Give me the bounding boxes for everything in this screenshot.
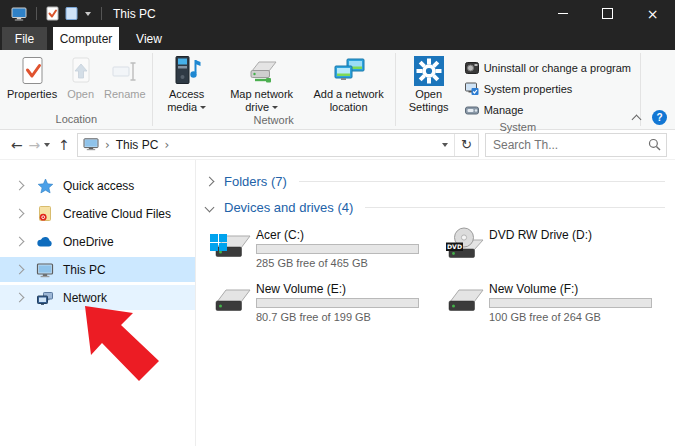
manage-icon xyxy=(465,103,479,117)
titlebar-separator xyxy=(36,7,37,20)
titlebar-separator xyxy=(101,7,102,20)
titlebar: This PC × xyxy=(0,0,675,27)
capacity-bar xyxy=(256,244,419,254)
network-icon xyxy=(36,290,54,306)
drive-tile-c[interactable]: Acer (C:) 285 GB free of 465 GB xyxy=(209,227,442,269)
drive-tile-e[interactable]: New Volume (E:) 80.7 GB free of 199 GB xyxy=(209,281,442,323)
dvd-drive-icon: DVD xyxy=(442,227,484,269)
ribbon-group-system: Open Settings Uninstall or change a prog… xyxy=(397,50,639,129)
drive-tile-f[interactable]: New Volume (F:) 100 GB free of 264 GB xyxy=(442,281,675,323)
qat-customize-caret-icon[interactable] xyxy=(85,12,91,16)
open-button[interactable]: Open xyxy=(62,52,99,112)
group-header-folders[interactable]: Folders (7) xyxy=(204,169,667,193)
drive-grid: Acer (C:) 285 GB free of 465 GB DVD DVD … xyxy=(209,227,667,323)
this-pc-monitor-icon xyxy=(36,262,54,278)
drive-name: New Volume (F:) xyxy=(489,281,652,297)
capacity-bar xyxy=(489,298,652,308)
help-icon: ? xyxy=(656,112,662,123)
sidebar-item-quick-access[interactable]: Quick access xyxy=(0,173,195,198)
add-network-location-button[interactable]: Add a network location xyxy=(304,52,394,113)
drive-name: Acer (C:) xyxy=(256,227,419,243)
map-network-drive-icon xyxy=(245,54,279,87)
rename-icon xyxy=(111,54,139,87)
capacity-bar xyxy=(256,298,419,308)
expand-chevron-icon[interactable] xyxy=(15,237,25,247)
group-label-network: Network xyxy=(154,113,394,130)
window-controls: × xyxy=(540,0,675,27)
dropdown-caret-icon xyxy=(200,106,206,109)
qat-properties-icon[interactable] xyxy=(46,6,59,21)
sidebar-item-onedrive[interactable]: OneDrive xyxy=(0,229,195,254)
hard-drive-icon xyxy=(442,281,484,323)
free-space-text: 100 GB free of 264 GB xyxy=(489,311,652,323)
window-title: This PC xyxy=(113,7,156,21)
tab-view[interactable]: View xyxy=(123,27,175,50)
hard-drive-icon xyxy=(209,281,251,323)
tab-file[interactable]: File xyxy=(2,27,47,50)
drive-name: DVD RW Drive (D:) xyxy=(489,227,592,243)
content-area: Quick access Creative Cloud Files OneDri… xyxy=(0,160,675,446)
windows-drive-icon xyxy=(209,227,251,269)
search-icon[interactable] xyxy=(648,138,661,151)
expand-chevron-icon[interactable] xyxy=(15,209,25,219)
ribbon-separator xyxy=(395,53,396,126)
map-network-drive-button[interactable]: Map network drive xyxy=(220,52,304,113)
system-properties-button[interactable]: System properties xyxy=(465,78,631,99)
group-header-devices-and-drives[interactable]: Devices and drives (4) xyxy=(204,195,667,219)
expand-chevron-icon[interactable] xyxy=(15,181,25,191)
tab-computer[interactable]: Computer xyxy=(53,27,119,50)
open-settings-gear-icon xyxy=(414,54,444,87)
ribbon-tab-row: File Computer View xyxy=(0,27,675,50)
help-button[interactable]: ? xyxy=(652,110,667,125)
add-network-location-icon xyxy=(332,54,366,87)
minimize-button[interactable] xyxy=(540,0,585,27)
group-label-system: System xyxy=(397,120,639,137)
close-button[interactable]: × xyxy=(630,0,675,27)
expand-chevron-icon[interactable] xyxy=(15,265,25,275)
ribbon: Properties Open Rename Location xyxy=(0,50,675,130)
uninstall-program-button[interactable]: Uninstall or change a program xyxy=(465,57,631,78)
collapse-ribbon-icon[interactable] xyxy=(632,114,642,124)
uninstall-program-icon xyxy=(465,61,479,75)
sidebar-item-this-pc[interactable]: This PC xyxy=(0,257,195,282)
onedrive-cloud-icon xyxy=(36,235,54,248)
open-settings-button[interactable]: Open Settings xyxy=(397,52,461,120)
file-explorer-window: This PC × File Computer View Properties xyxy=(0,0,675,446)
sidebar-item-creative-cloud-files[interactable]: Creative Cloud Files xyxy=(0,201,195,226)
back-button[interactable]: ← xyxy=(8,137,26,153)
close-icon: × xyxy=(647,7,659,21)
drive-tile-d[interactable]: DVD DVD RW Drive (D:) xyxy=(442,227,675,269)
address-dropdown-button[interactable] xyxy=(436,143,454,147)
expand-chevron-icon[interactable] xyxy=(15,293,25,303)
items-view: Folders (7) Devices and drives (4) Acer … xyxy=(196,160,675,446)
recent-locations-caret-icon[interactable] xyxy=(44,143,50,147)
rename-button[interactable]: Rename xyxy=(99,52,151,112)
breadcrumb-chevron-icon: › xyxy=(105,138,110,152)
collapsed-chevron-icon xyxy=(205,176,215,186)
minimize-icon xyxy=(558,13,568,14)
svg-text:DVD: DVD xyxy=(447,243,462,250)
up-button[interactable]: ↑ xyxy=(55,137,73,153)
forward-button[interactable]: → xyxy=(26,137,44,153)
refresh-button[interactable]: ↻ xyxy=(455,137,478,152)
sidebar-item-network[interactable]: Network xyxy=(0,285,195,310)
breadcrumb-chevron-icon[interactable]: › xyxy=(164,138,169,152)
creative-cloud-folder-icon xyxy=(36,205,54,222)
group-header-rule xyxy=(365,207,665,208)
maximize-icon xyxy=(602,8,613,19)
breadcrumb-this-pc[interactable]: This PC xyxy=(116,138,159,152)
address-dropdown-caret-icon xyxy=(442,143,448,147)
quick-access-star-icon xyxy=(36,178,54,194)
properties-icon xyxy=(19,54,46,87)
dropdown-caret-icon xyxy=(272,106,278,109)
qat-new-folder-icon[interactable] xyxy=(65,6,78,21)
search-input[interactable] xyxy=(493,138,648,152)
drive-name: New Volume (E:) xyxy=(256,281,419,297)
manage-button[interactable]: Manage xyxy=(465,99,631,120)
open-icon xyxy=(68,54,94,87)
access-media-button[interactable]: Access media xyxy=(154,52,220,113)
maximize-button[interactable] xyxy=(585,0,630,27)
access-media-icon xyxy=(171,54,203,87)
properties-button[interactable]: Properties xyxy=(2,52,62,112)
expanded-chevron-icon xyxy=(205,202,215,212)
